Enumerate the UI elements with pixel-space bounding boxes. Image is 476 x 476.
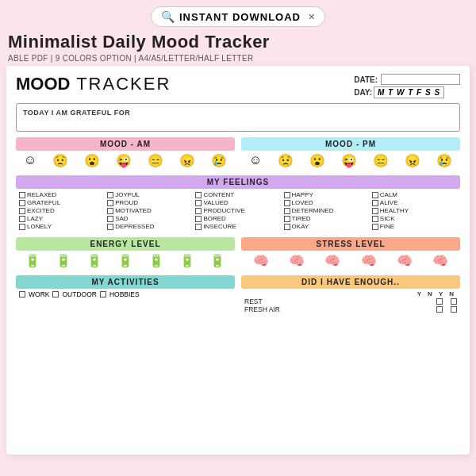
feeling-label: CONTENT xyxy=(203,191,234,198)
feeling-item: LAZY xyxy=(19,215,104,222)
emoji-am-5[interactable]: 😑 xyxy=(148,153,163,168)
feeling-label: CALM xyxy=(380,191,397,198)
feeling-label: LAZY xyxy=(27,215,43,222)
stress-6[interactable]: 🧠 xyxy=(432,253,448,268)
mood-am-emojis: ☺ 😟 😮 😜 😑 😠 😢 xyxy=(16,151,235,171)
battery-3[interactable]: 🔋 xyxy=(86,253,102,268)
feeling-checkbox[interactable] xyxy=(107,200,113,206)
feeling-checkbox[interactable] xyxy=(107,208,113,214)
feeling-label: LONELY xyxy=(27,223,52,230)
freshair-n-checkbox[interactable] xyxy=(451,306,457,313)
stress-2[interactable]: 🧠 xyxy=(289,253,305,268)
freshair-checks xyxy=(436,306,457,313)
feeling-checkbox[interactable] xyxy=(284,200,290,206)
grateful-label: TODAY I AM GRATEFUL FOR xyxy=(23,109,453,117)
feeling-checkbox[interactable] xyxy=(372,216,378,222)
feeling-checkbox[interactable] xyxy=(195,216,202,222)
battery-6[interactable]: 🔋 xyxy=(179,253,195,268)
feeling-checkbox[interactable] xyxy=(195,200,202,206)
stress-4[interactable]: 🧠 xyxy=(361,253,377,268)
feeling-checkbox[interactable] xyxy=(19,224,25,230)
feeling-checkbox[interactable] xyxy=(195,224,202,230)
grateful-box[interactable]: TODAY I AM GRATEFUL FOR xyxy=(16,103,460,132)
feeling-item: LONELY xyxy=(19,223,104,230)
emoji-am-6[interactable]: 😠 xyxy=(179,153,195,168)
feeling-checkbox[interactable] xyxy=(284,208,290,214)
emoji-pm-7[interactable]: 😢 xyxy=(436,153,452,168)
feeling-checkbox[interactable] xyxy=(372,208,378,214)
feeling-item: JOYFUL xyxy=(107,191,192,198)
battery-5[interactable]: 🔋 xyxy=(148,253,164,268)
rest-y-checkbox[interactable] xyxy=(436,298,443,305)
stress-1[interactable]: 🧠 xyxy=(253,253,269,268)
feeling-item: GRATEFUL xyxy=(19,199,104,206)
rest-n-checkbox[interactable] xyxy=(451,298,457,305)
yn-label-4: N xyxy=(449,290,454,298)
battery-7[interactable]: 🔋 xyxy=(209,253,225,268)
battery-2[interactable]: 🔋 xyxy=(56,253,71,268)
feeling-checkbox[interactable] xyxy=(107,192,113,198)
rest-checks xyxy=(436,298,457,305)
feeling-item: DEPRESSED xyxy=(107,223,192,230)
stress-3[interactable]: 🧠 xyxy=(324,253,340,268)
emoji-pm-2[interactable]: 😟 xyxy=(278,153,294,168)
feeling-label: VALUED xyxy=(203,199,228,206)
feeling-item: ALIVE xyxy=(372,199,457,206)
feeling-label: JOYFUL xyxy=(115,191,140,198)
feeling-label: ALIVE xyxy=(380,199,398,206)
feeling-label: DEPRESSED xyxy=(115,223,154,230)
feeling-checkbox[interactable] xyxy=(284,216,290,222)
feeling-checkbox[interactable] xyxy=(19,208,25,214)
emoji-am-3[interactable]: 😮 xyxy=(84,153,100,168)
feeling-checkbox[interactable] xyxy=(284,192,290,198)
emoji-am-4[interactable]: 😜 xyxy=(116,153,132,168)
feeling-checkbox[interactable] xyxy=(372,192,378,198)
outdoor-checkbox[interactable] xyxy=(52,291,59,298)
feeling-checkbox[interactable] xyxy=(372,224,378,230)
date-input-box[interactable] xyxy=(381,74,460,85)
emoji-pm-3[interactable]: 😮 xyxy=(309,153,325,168)
energy-header: ENERGY LEVEL xyxy=(16,237,235,251)
work-checkbox[interactable] xyxy=(19,291,25,298)
emoji-am-2[interactable]: 😟 xyxy=(52,153,68,168)
feeling-item: BORED xyxy=(195,215,280,222)
close-icon[interactable]: × xyxy=(309,10,315,23)
stress-5[interactable]: 🧠 xyxy=(397,253,413,268)
feeling-checkbox[interactable] xyxy=(19,200,25,206)
did-i-block: DID I HAVE ENOUGH.. Y N Y N REST FRESH A xyxy=(241,275,460,315)
freshair-y-checkbox[interactable] xyxy=(436,306,443,313)
emoji-pm-4[interactable]: 😜 xyxy=(341,153,357,168)
did-i-yn-header: Y N Y N xyxy=(244,290,457,298)
feeling-item: PROUD xyxy=(107,199,192,206)
feeling-item: MOTIVATED xyxy=(107,207,192,214)
emoji-am-7[interactable]: 😢 xyxy=(211,153,227,168)
feeling-checkbox[interactable] xyxy=(195,192,202,198)
feeling-checkbox[interactable] xyxy=(284,224,290,230)
mood-am-pm-row: MOOD - AM ☺ 😟 😮 😜 😑 😠 😢 MOOD - PM ☺ 😟 😮 … xyxy=(16,137,460,171)
feeling-checkbox[interactable] xyxy=(107,224,113,230)
search-bar[interactable]: 🔍 INSTANT DOWNLOAD × xyxy=(151,6,325,27)
feeling-item: OKAY xyxy=(284,223,369,230)
did-i-rest-row: REST xyxy=(244,298,457,305)
feeling-item: FINE xyxy=(372,223,457,230)
hobbies-checkbox[interactable] xyxy=(100,291,106,298)
feeling-checkbox[interactable] xyxy=(195,208,202,214)
emoji-am-1[interactable]: ☺ xyxy=(24,153,36,168)
emoji-pm-5[interactable]: 😑 xyxy=(373,153,389,168)
feeling-item: LOVED xyxy=(284,199,369,206)
feeling-checkbox[interactable] xyxy=(19,216,25,222)
feeling-checkbox[interactable] xyxy=(19,192,25,198)
rest-label: REST xyxy=(244,298,436,305)
feeling-checkbox[interactable] xyxy=(107,216,113,222)
outdoor-label: OUTDOOR xyxy=(62,290,96,298)
feeling-item: CONTENT xyxy=(195,191,280,198)
battery-1[interactable]: 🔋 xyxy=(25,253,40,268)
emoji-pm-1[interactable]: ☺ xyxy=(249,153,262,168)
feeling-checkbox[interactable] xyxy=(372,200,378,206)
yn-label-1: Y xyxy=(417,290,421,298)
mood-pm-emojis: ☺ 😟 😮 😜 😑 😠 😢 xyxy=(241,151,460,171)
battery-4[interactable]: 🔋 xyxy=(117,253,133,268)
emoji-pm-6[interactable]: 😠 xyxy=(405,153,420,168)
main-card: MOOD TRACKER DATE: DAY: M T W T F S S TO… xyxy=(6,66,470,455)
did-i-freshair-row: FRESH AIR xyxy=(244,305,457,313)
